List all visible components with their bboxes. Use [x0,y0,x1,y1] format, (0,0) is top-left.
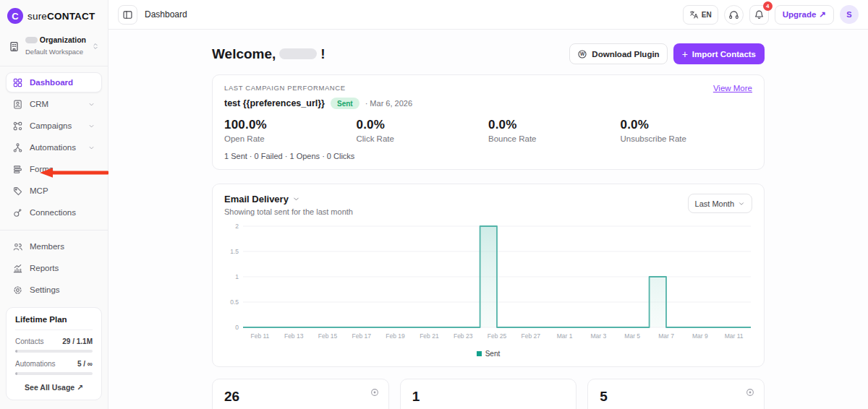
crm-icon [12,99,23,110]
stat-bounce-rate: 0.0% Bounce Rate [488,118,621,143]
headset-icon [728,9,739,20]
brand-name: sureCONTACT [27,11,95,22]
eye-icon[interactable] [745,387,755,397]
avatar[interactable]: S [840,5,859,24]
sidebar-item-automations[interactable]: Automations [6,137,102,158]
section-label: LAST CAMPAIGN PERFORMANCE [224,84,346,92]
sidebar-toggle-button[interactable] [118,5,137,25]
svg-text:Mar 3: Mar 3 [591,332,607,340]
email-delivery-chart: 00.511.52Feb 11Feb 13Feb 15Feb 17Feb 19F… [224,222,752,346]
plus-icon: + [682,48,688,60]
workspace-name: Default Workspace [25,48,83,56]
stat-unsubscribe-rate: 0.0% Unsubscribe Rate [621,118,753,143]
sidebar-item-dashboard[interactable]: Dashboard [6,72,102,92]
tags-card: 1 Tags [400,379,577,409]
brand-logo[interactable]: C sureCONTACT [0,0,108,30]
sidebar-item-label: Campaigns [30,121,72,130]
download-plugin-button[interactable]: W Download Plugin [569,43,667,64]
redacted-org-name [25,37,38,43]
upgrade-button[interactable]: Upgrade↗ [775,5,834,25]
svg-text:Mar 7: Mar 7 [658,332,674,340]
date-range-dropdown[interactable]: Last Month [688,194,752,213]
brand-logo-icon: C [7,8,23,24]
breadcrumb: Dashboard [145,9,187,20]
svg-text:Mar 5: Mar 5 [624,332,640,340]
content: Welcome, ! W Download Plugin + Import Co… [109,30,868,409]
panel-icon [122,9,133,20]
sidebar-item-campaigns[interactable]: Campaigns [6,116,102,136]
sidebar-item-label: Reports [30,264,59,272]
plan-usage-card: Lifetime Plan Contacts29 / 1.1M Automati… [6,307,102,400]
reports-icon [12,263,23,274]
svg-text:0.5: 0.5 [230,298,239,306]
svg-text:Feb 23: Feb 23 [454,332,473,340]
svg-text:Feb 11: Feb 11 [250,332,269,340]
sidebar-item-crm[interactable]: CRM [6,94,102,114]
svg-text:Feb 27: Feb 27 [522,332,541,340]
email-delivery-title-dropdown[interactable]: Email Delivery [224,194,353,204]
email-delivery-subtitle: Showing total sent for the last month [224,207,353,216]
see-all-usage-link[interactable]: See All Usage ↗ [15,383,93,392]
stat-click-rate: 0.0% Click Rate [357,118,489,143]
chevron-down-icon [88,122,95,130]
topbar: Dashboard EN 4 Upgrade↗ S [109,0,868,30]
eye-icon[interactable] [370,387,380,397]
sidebar-item-forms[interactable]: Forms [6,159,102,179]
svg-text:Feb 19: Feb 19 [386,332,405,340]
support-button[interactable] [724,5,744,25]
usage-value: 29 / 1.1M [62,337,93,345]
sidebar-item-label: MCP [30,186,48,195]
wordpress-icon: W [577,49,587,59]
svg-text:Feb 17: Feb 17 [352,332,372,340]
last-campaign-card: LAST CAMPAIGN PERFORMANCE View More test… [212,74,765,170]
arrow-up-right-icon: ↗ [819,9,826,20]
automations-icon [12,142,23,153]
svg-text:Mar 9: Mar 9 [692,332,708,340]
sidebar-item-mcp[interactable]: MCP [6,181,102,201]
usage-value: 5 / ∞ [77,360,93,368]
sidebar-item-label: Settings [30,285,60,294]
svg-text:Feb 13: Feb 13 [284,332,304,340]
contacts-progress-bar [15,350,93,353]
sidebar-item-label: Members [30,242,64,251]
campaign-date: · Mar 6, 2026 [365,99,412,108]
notifications-button[interactable]: 4 [749,5,769,25]
sidebar-item-connections[interactable]: Connections [6,202,102,223]
stat-value: 1 [412,389,565,405]
workspace-switcher[interactable]: Organization Default Workspace [6,33,102,59]
plan-title: Lifetime Plan [15,315,93,330]
sidebar-item-label: Dashboard [30,78,73,87]
sidebar-item-label: Connections [30,208,76,217]
sidebar-item-reports[interactable]: Reports [6,258,102,278]
sidebar-item-label: Forms [30,165,54,173]
automations-progress-bar [15,372,93,375]
organization-building-icon [8,40,20,53]
organization-name: Organization [25,35,86,44]
chevron-down-icon [292,195,300,203]
active-contacts-card: 26 Active Contacts [212,379,389,409]
bell-icon [754,9,765,20]
chevron-down-icon [88,144,95,152]
usage-row-automations: Automations5 / ∞ [15,360,93,375]
usage-row-contacts: Contacts29 / 1.1M [15,337,93,353]
view-more-link[interactable]: View More [713,84,752,92]
status-badge: Sent [331,98,359,109]
mcp-tag-icon [12,186,23,197]
svg-text:1.5: 1.5 [230,248,239,255]
language-selector[interactable]: EN [683,5,718,25]
import-contacts-button[interactable]: + Import Contacts [673,43,765,64]
campaign-summary: 1 Sent · 0 Failed · 1 Opens · 0 Clicks [224,152,752,160]
sidebar-item-members[interactable]: Members [6,236,102,257]
svg-text:1: 1 [235,273,239,280]
campaign-name: test {{preferences_url}} [224,98,325,108]
svg-text:Mar 1: Mar 1 [557,332,573,340]
campaigns-icon [12,121,23,132]
sidebar-item-settings[interactable]: Settings [6,280,102,300]
chevron-updown-icon [91,42,100,51]
gear-icon [12,285,23,296]
svg-text:Mar 11: Mar 11 [725,332,744,340]
svg-text:0: 0 [235,324,239,331]
primary-nav: Dashboard CRM Campaigns Automations Form… [0,66,108,224]
svg-text:W: W [580,51,585,56]
main-area: Dashboard EN 4 Upgrade↗ S Welcome, [109,0,868,409]
